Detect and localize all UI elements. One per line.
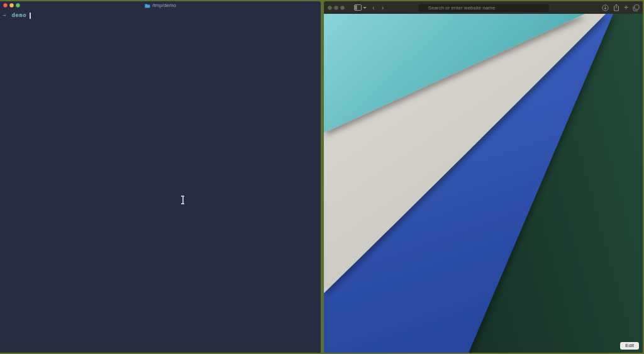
back-button[interactable]: ‹ [371,3,376,12]
ibeam-mouse-pointer [180,196,185,204]
prompt-directory: demo [11,12,26,19]
browser-start-page: Edit [324,14,643,353]
terminal-window: /tmp/demo → demo [0,1,321,353]
terminal-screen[interactable]: → demo [0,9,321,19]
zoom-button[interactable] [340,6,345,10]
tab-overview-button[interactable] [633,3,640,12]
folder-icon [145,3,150,8]
downloads-button[interactable] [602,3,609,12]
forward-button[interactable]: › [380,3,386,12]
close-button[interactable] [328,6,332,10]
browser-toolbar: ‹ › + [324,1,643,14]
share-button[interactable] [613,3,619,12]
minimize-button[interactable] [334,6,338,10]
share-icon [613,4,619,11]
new-tab-button[interactable]: + [624,3,628,12]
tab-overview-icon [633,4,640,11]
terminal-title-text: /tmp/demo [152,3,176,9]
chevron-down-icon [363,7,367,9]
downloads-icon [602,4,609,11]
sidebar-toggle-button[interactable] [354,3,367,12]
browser-window: ‹ › + [324,1,643,353]
sidebar-icon [354,4,362,11]
start-page-wallpaper [324,14,643,353]
terminal-title: /tmp/demo [0,3,321,9]
toolbar-right-buttons: + [602,1,640,14]
edit-start-page-button[interactable]: Edit [620,342,639,350]
terminal-titlebar: /tmp/demo [0,1,321,9]
prompt-arrow: → [3,12,6,19]
address-search-input[interactable] [418,4,549,12]
terminal-text-cursor [30,13,31,19]
browser-traffic-lights [328,6,345,10]
